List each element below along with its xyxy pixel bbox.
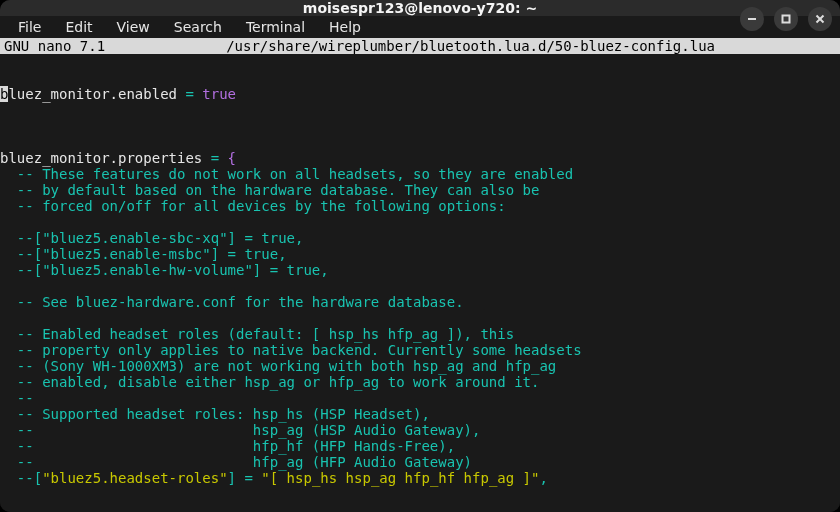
editor-line: -- hfp_hf (HFP Hands-Free), [0,438,840,454]
minimize-icon [746,13,758,25]
editor-line: bluez_monitor.properties = { [0,150,840,166]
minimize-button[interactable] [740,7,764,31]
editor-line: -- See bluez-hardware.conf for the hardw… [0,294,840,310]
svg-rect-1 [783,16,790,23]
editor-line: -- hfp_ag (HFP Audio Gateway) [0,454,840,470]
nano-version: GNU nano 7.1 [0,38,109,54]
editor-line: -- by default based on the hardware data… [0,182,840,198]
editor-line: -- [0,390,840,406]
terminal-area[interactable]: GNU nano 7.1 /usr/share/wireplumber/blue… [0,38,840,512]
editor-line: -- enabled, disable either hsp_ag or hfp… [0,374,840,390]
editor-line: --["bluez5.enable-sbc-xq"] = true, [0,230,840,246]
editor-line: -- forced on/off for all devices by the … [0,198,840,214]
menu-view[interactable]: View [105,16,162,38]
window-title: moisespr123@lenovo-y720: ~ [0,0,840,16]
editor-line: -- Enabled headset roles (default: [ hsp… [0,326,840,342]
editor-line: -- These features do not work on all hea… [0,166,840,182]
editor-line: bluez_monitor.enabled = true [0,86,840,102]
editor-line [0,278,840,294]
editor-line: -- property only applies to native backe… [0,342,840,358]
editor-line [0,214,840,230]
editor-line: -- Supported headset roles: hsp_hs (HSP … [0,406,840,422]
terminal-window: moisespr123@lenovo-y720: ~ File Edit Vie… [0,0,840,512]
menu-help[interactable]: Help [317,16,373,38]
editor-line: --["bluez5.enable-msbc"] = true, [0,246,840,262]
editor-line [0,310,840,326]
editor-line [0,134,840,150]
nano-header: GNU nano 7.1 /usr/share/wireplumber/blue… [0,38,840,54]
editor-line: --["bluez5.headset-roles"] = "[ hsp_hs h… [0,470,840,486]
menu-edit[interactable]: Edit [53,16,104,38]
menubar: File Edit View Search Terminal Help [0,16,840,38]
menu-file[interactable]: File [6,16,53,38]
window-controls [740,0,832,38]
menu-terminal[interactable]: Terminal [234,16,317,38]
nano-filepath: /usr/share/wireplumber/bluetooth.lua.d/5… [109,38,832,54]
close-button[interactable] [808,7,832,31]
menu-search[interactable]: Search [162,16,234,38]
titlebar: moisespr123@lenovo-y720: ~ [0,0,840,16]
editor-line: --["bluez5.enable-hw-volume"] = true, [0,262,840,278]
editor-line: -- (Sony WH-1000XM3) are not working wit… [0,358,840,374]
maximize-icon [780,13,792,25]
nano-editor[interactable]: bluez_monitor.enabled = true bluez_monit… [0,54,840,512]
maximize-button[interactable] [774,7,798,31]
close-icon [814,13,826,25]
editor-line: -- hsp_ag (HSP Audio Gateway), [0,422,840,438]
